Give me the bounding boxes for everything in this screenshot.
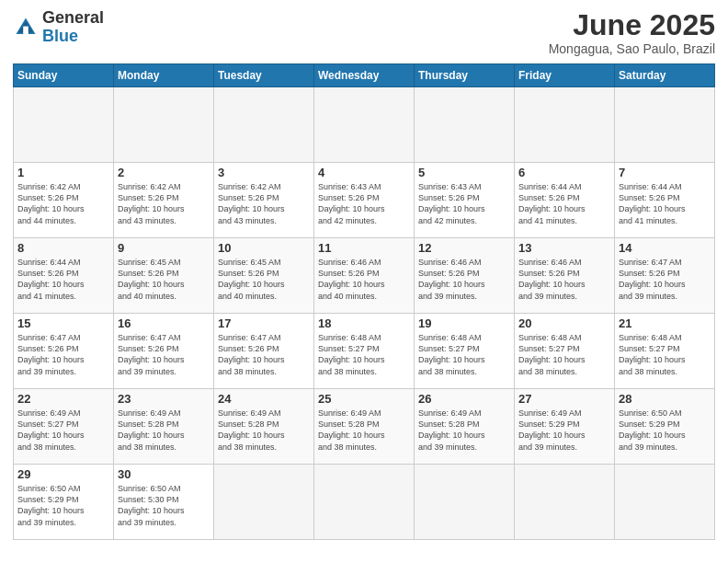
logo-text: General Blue	[42, 9, 104, 46]
calendar-cell: 28Sunrise: 6:50 AM Sunset: 5:29 PM Dayli…	[615, 389, 715, 465]
day-info: Sunrise: 6:42 AM Sunset: 5:26 PM Dayligh…	[218, 181, 310, 226]
day-number: 1	[17, 166, 109, 179]
day-info: Sunrise: 6:43 AM Sunset: 5:26 PM Dayligh…	[418, 181, 510, 226]
header: General Blue June 2025 Mongagua, Sao Pau…	[13, 9, 715, 56]
day-info: Sunrise: 6:49 AM Sunset: 5:28 PM Dayligh…	[118, 408, 210, 453]
calendar-row: 22Sunrise: 6:49 AM Sunset: 5:27 PM Dayli…	[14, 389, 715, 465]
day-info: Sunrise: 6:49 AM Sunset: 5:28 PM Dayligh…	[218, 408, 310, 453]
day-number: 16	[118, 316, 210, 330]
day-info: Sunrise: 6:50 AM Sunset: 5:30 PM Dayligh…	[118, 483, 210, 528]
day-number: 25	[318, 392, 410, 406]
calendar-cell: 17Sunrise: 6:47 AM Sunset: 5:26 PM Dayli…	[214, 314, 314, 389]
calendar-cell	[314, 87, 415, 163]
calendar-cell: 10Sunrise: 6:45 AM Sunset: 5:26 PM Dayli…	[214, 238, 314, 314]
calendar-cell: 8Sunrise: 6:44 AM Sunset: 5:26 PM Daylig…	[14, 238, 114, 314]
day-info: Sunrise: 6:49 AM Sunset: 5:28 PM Dayligh…	[418, 408, 510, 453]
calendar-cell: 7Sunrise: 6:44 AM Sunset: 5:26 PM Daylig…	[615, 163, 715, 238]
calendar-cell: 19Sunrise: 6:48 AM Sunset: 5:27 PM Dayli…	[415, 314, 515, 389]
day-info: Sunrise: 6:49 AM Sunset: 5:27 PM Dayligh…	[17, 408, 109, 453]
calendar-cell: 26Sunrise: 6:49 AM Sunset: 5:28 PM Dayli…	[415, 389, 515, 465]
calendar-cell: 6Sunrise: 6:44 AM Sunset: 5:26 PM Daylig…	[515, 163, 615, 238]
day-number: 4	[318, 166, 410, 179]
header-wednesday: Wednesday	[314, 64, 415, 87]
day-number: 3	[218, 166, 310, 179]
calendar-cell: 24Sunrise: 6:49 AM Sunset: 5:28 PM Dayli…	[214, 389, 314, 465]
calendar-cell: 3Sunrise: 6:42 AM Sunset: 5:26 PM Daylig…	[214, 163, 314, 238]
day-number: 5	[418, 166, 510, 179]
day-info: Sunrise: 6:43 AM Sunset: 5:26 PM Dayligh…	[318, 181, 410, 226]
calendar-cell	[515, 87, 615, 163]
day-number: 12	[418, 241, 510, 255]
day-number: 6	[518, 166, 610, 179]
calendar-cell: 12Sunrise: 6:46 AM Sunset: 5:26 PM Dayli…	[415, 238, 515, 314]
day-number: 8	[17, 241, 109, 255]
day-number: 22	[17, 392, 109, 406]
logo-general: General	[42, 9, 104, 28]
header-friday: Friday	[515, 64, 615, 87]
day-info: Sunrise: 6:48 AM Sunset: 5:27 PM Dayligh…	[418, 332, 510, 377]
day-number: 26	[418, 392, 510, 406]
calendar-cell	[615, 465, 715, 540]
day-info: Sunrise: 6:42 AM Sunset: 5:26 PM Dayligh…	[118, 181, 210, 226]
calendar-cell	[615, 87, 715, 163]
day-info: Sunrise: 6:48 AM Sunset: 5:27 PM Dayligh…	[518, 332, 610, 377]
calendar-cell: 30Sunrise: 6:50 AM Sunset: 5:30 PM Dayli…	[114, 465, 214, 540]
day-number: 9	[118, 241, 210, 255]
day-number: 14	[619, 241, 711, 255]
calendar-row: 1Sunrise: 6:42 AM Sunset: 5:26 PM Daylig…	[14, 163, 715, 238]
calendar-row: 29Sunrise: 6:50 AM Sunset: 5:29 PM Dayli…	[14, 465, 715, 540]
logo: General Blue	[13, 9, 104, 46]
calendar-cell	[314, 465, 415, 540]
day-number: 11	[318, 241, 410, 255]
day-number: 27	[518, 392, 610, 406]
day-info: Sunrise: 6:45 AM Sunset: 5:26 PM Dayligh…	[218, 257, 310, 302]
header-monday: Monday	[114, 64, 214, 87]
day-info: Sunrise: 6:42 AM Sunset: 5:26 PM Dayligh…	[17, 181, 109, 226]
calendar-cell	[515, 465, 615, 540]
day-number: 28	[619, 392, 711, 406]
calendar-cell: 15Sunrise: 6:47 AM Sunset: 5:26 PM Dayli…	[14, 314, 114, 389]
day-number: 23	[118, 392, 210, 406]
header-saturday: Saturday	[615, 64, 715, 87]
calendar-cell: 1Sunrise: 6:42 AM Sunset: 5:26 PM Daylig…	[14, 163, 114, 238]
day-number: 7	[619, 166, 711, 179]
calendar-cell: 25Sunrise: 6:49 AM Sunset: 5:28 PM Dayli…	[314, 389, 415, 465]
weekday-header-row: Sunday Monday Tuesday Wednesday Thursday…	[14, 64, 715, 87]
day-number: 30	[118, 467, 210, 481]
day-info: Sunrise: 6:47 AM Sunset: 5:26 PM Dayligh…	[619, 257, 711, 302]
calendar-cell: 18Sunrise: 6:48 AM Sunset: 5:27 PM Dayli…	[314, 314, 415, 389]
day-number: 13	[518, 241, 610, 255]
calendar-cell	[214, 87, 314, 163]
day-number: 19	[418, 316, 510, 330]
day-info: Sunrise: 6:50 AM Sunset: 5:29 PM Dayligh…	[17, 483, 109, 528]
day-number: 21	[619, 316, 711, 330]
day-number: 15	[17, 316, 109, 330]
day-number: 29	[17, 467, 109, 481]
location-subtitle: Mongagua, Sao Paulo, Brazil	[549, 41, 715, 56]
day-number: 20	[518, 316, 610, 330]
calendar-cell	[214, 465, 314, 540]
calendar-cell: 29Sunrise: 6:50 AM Sunset: 5:29 PM Dayli…	[14, 465, 114, 540]
header-thursday: Thursday	[415, 64, 515, 87]
calendar-row: 8Sunrise: 6:44 AM Sunset: 5:26 PM Daylig…	[14, 238, 715, 314]
calendar-cell: 11Sunrise: 6:46 AM Sunset: 5:26 PM Dayli…	[314, 238, 415, 314]
day-info: Sunrise: 6:49 AM Sunset: 5:28 PM Dayligh…	[318, 408, 410, 453]
svg-rect-2	[23, 26, 28, 33]
calendar-cell	[415, 465, 515, 540]
calendar-cell: 21Sunrise: 6:48 AM Sunset: 5:27 PM Dayli…	[615, 314, 715, 389]
calendar-cell: 5Sunrise: 6:43 AM Sunset: 5:26 PM Daylig…	[415, 163, 515, 238]
calendar-cell	[415, 87, 515, 163]
day-info: Sunrise: 6:48 AM Sunset: 5:27 PM Dayligh…	[318, 332, 410, 377]
day-number: 17	[218, 316, 310, 330]
day-number: 24	[218, 392, 310, 406]
calendar-cell: 20Sunrise: 6:48 AM Sunset: 5:27 PM Dayli…	[515, 314, 615, 389]
calendar-cell: 4Sunrise: 6:43 AM Sunset: 5:26 PM Daylig…	[314, 163, 415, 238]
page: General Blue June 2025 Mongagua, Sao Pau…	[0, 0, 728, 563]
logo-blue: Blue	[42, 28, 104, 46]
day-number: 10	[218, 241, 310, 255]
header-sunday: Sunday	[14, 64, 114, 87]
day-info: Sunrise: 6:48 AM Sunset: 5:27 PM Dayligh…	[619, 332, 711, 377]
day-info: Sunrise: 6:45 AM Sunset: 5:26 PM Dayligh…	[118, 257, 210, 302]
day-info: Sunrise: 6:47 AM Sunset: 5:26 PM Dayligh…	[218, 332, 310, 377]
day-info: Sunrise: 6:44 AM Sunset: 5:26 PM Dayligh…	[619, 181, 711, 226]
